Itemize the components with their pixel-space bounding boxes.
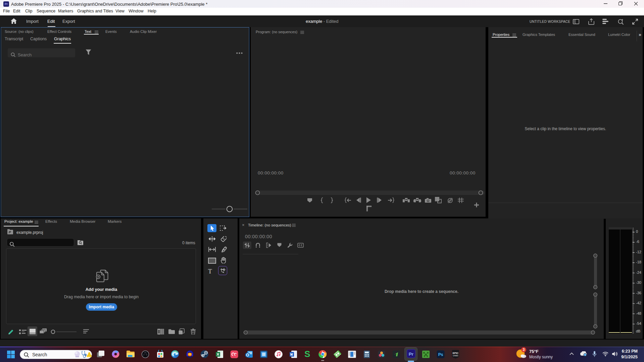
svg-text:GAMES: GAMES <box>453 355 458 357</box>
svg-text:Pr: Pr <box>409 352 414 357</box>
svg-text:Ps: Ps <box>438 352 443 357</box>
svg-text:EPIC: EPIC <box>453 352 459 355</box>
